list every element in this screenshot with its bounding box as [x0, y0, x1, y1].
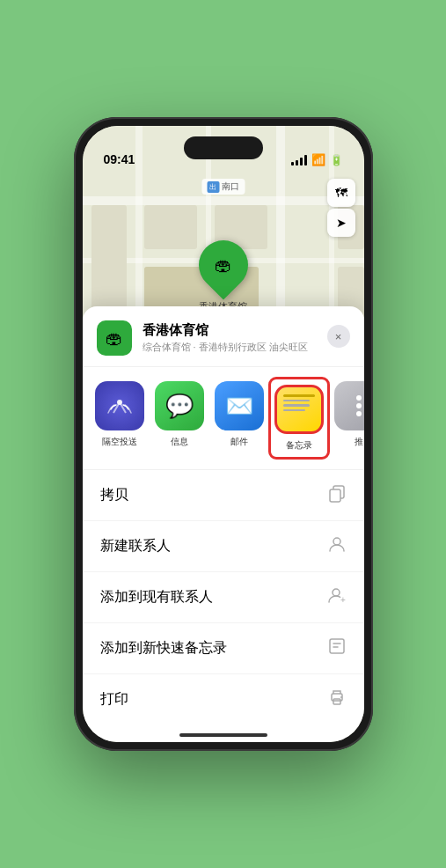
location-icon: 🏟	[97, 320, 132, 356]
svg-point-3	[333, 538, 340, 545]
location-subtitle: 综合体育馆 · 香港特别行政区 油尖旺区	[143, 341, 350, 354]
add-note-icon	[327, 636, 347, 660]
more-dot-2	[356, 403, 362, 408]
more-label: 推	[355, 436, 363, 448]
svg-rect-7	[330, 639, 344, 653]
share-item-more[interactable]: 推	[333, 381, 364, 455]
copy-icon	[327, 483, 347, 507]
status-time: 09:41	[104, 152, 135, 166]
stadium-pin[interactable]: 🏟 香港体育馆	[199, 240, 248, 313]
pin-emoji: 🏟	[215, 255, 232, 276]
svg-text:+: +	[340, 595, 346, 605]
action-print-label: 打印	[100, 690, 128, 709]
more-dot-1	[356, 395, 362, 401]
home-indicator[interactable]	[179, 733, 267, 737]
status-icons: 📶 🔋	[291, 153, 343, 166]
action-new-contact[interactable]: 新建联系人	[83, 521, 364, 572]
mail-icon: ✉️	[215, 381, 264, 430]
svg-point-12	[340, 696, 342, 698]
share-item-messages[interactable]: 💬 信息	[153, 381, 206, 455]
print-icon	[327, 688, 347, 711]
action-add-existing-label: 添加到现有联系人	[100, 588, 213, 607]
map-entrance-label: 出 南口	[201, 179, 245, 195]
location-header: 🏟 香港体育馆 综合体育馆 · 香港特别行政区 油尖旺区 ×	[83, 306, 364, 367]
dynamic-island	[184, 136, 263, 159]
more-dot-3	[356, 411, 362, 416]
map-controls: 🗺 ➤	[327, 179, 355, 237]
pin-circle: 🏟	[188, 230, 258, 299]
airdrop-icon	[95, 381, 144, 430]
share-item-mail[interactable]: ✉️ 邮件	[213, 381, 266, 455]
action-print[interactable]: 打印	[83, 674, 364, 725]
wifi-icon: 📶	[311, 153, 325, 166]
location-name: 香港体育馆	[143, 322, 350, 339]
svg-rect-11	[333, 699, 340, 704]
new-contact-icon	[327, 534, 347, 558]
close-button[interactable]: ×	[327, 325, 350, 348]
action-add-note[interactable]: 添加到新快速备忘录	[83, 623, 364, 674]
share-item-airdrop[interactable]: 隔空投送	[93, 381, 146, 455]
more-icon	[334, 381, 364, 430]
messages-label: 信息	[171, 436, 188, 448]
battery-icon: 🔋	[330, 154, 343, 166]
action-new-contact-label: 新建联系人	[100, 537, 171, 555]
action-add-existing-contact[interactable]: 添加到现有联系人 +	[83, 572, 364, 623]
airdrop-label: 隔空投送	[102, 436, 137, 448]
share-row: 隔空投送 💬 信息 ✉️ 邮件	[83, 367, 364, 470]
messages-icon: 💬	[155, 381, 204, 430]
share-item-notes[interactable]: 备忘录	[273, 381, 325, 455]
action-add-note-label: 添加到新快速备忘录	[100, 639, 227, 658]
notes-icon	[274, 385, 324, 434]
mail-label: 邮件	[230, 436, 248, 448]
action-copy[interactable]: 拷贝	[83, 470, 364, 521]
map-type-button[interactable]: 🗺	[327, 179, 355, 207]
notes-label: 备忘录	[286, 439, 312, 452]
svg-point-4	[333, 589, 340, 596]
phone-screen: 09:41 📶 🔋	[83, 126, 364, 742]
location-button[interactable]: ➤	[327, 209, 355, 237]
add-existing-contact-icon: +	[327, 585, 347, 609]
signal-icon	[291, 155, 307, 166]
phone-frame: 09:41 📶 🔋	[74, 117, 373, 751]
bottom-sheet: 🏟 香港体育馆 综合体育馆 · 香港特别行政区 油尖旺区 ×	[83, 306, 364, 742]
entrance-icon: 出	[207, 181, 219, 193]
location-info: 香港体育馆 综合体育馆 · 香港特别行政区 油尖旺区	[143, 322, 350, 354]
svg-rect-2	[330, 489, 340, 502]
action-copy-label: 拷贝	[100, 486, 128, 504]
